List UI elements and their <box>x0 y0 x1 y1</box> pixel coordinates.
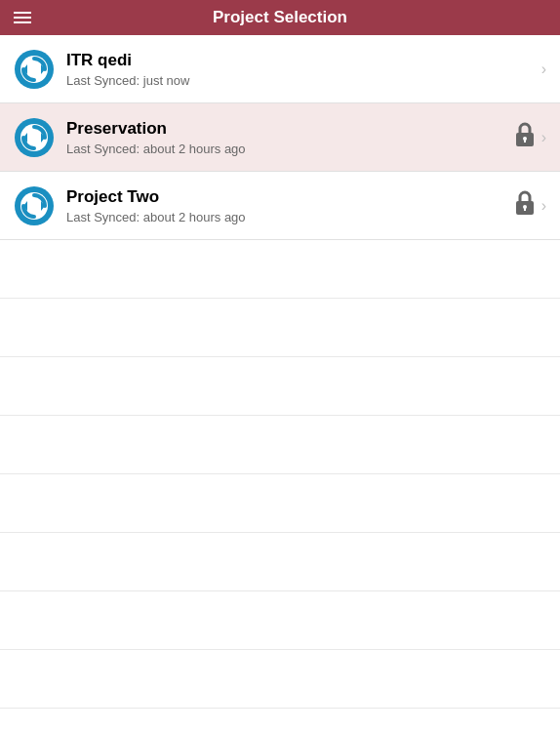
project-sync-project-two: Last Synced: about 2 hours ago <box>66 210 514 224</box>
chevron-right-icon: › <box>541 61 546 78</box>
project-name-itr-qedi: ITR qedi <box>66 51 541 70</box>
empty-row-7 <box>0 591 560 650</box>
project-icon-itr-qedi <box>14 49 55 90</box>
project-list: ITR qedi Last Synced: just now › Preserv… <box>0 35 560 732</box>
empty-row-1 <box>0 240 560 299</box>
project-icon-project-two <box>14 185 55 226</box>
project-name-preservation: Preservation <box>66 119 514 139</box>
hamburger-line-2 <box>14 17 31 19</box>
empty-row-9 <box>0 709 560 732</box>
project-sync-preservation: Last Synced: about 2 hours ago <box>66 142 514 156</box>
project-item-itr-qedi[interactable]: ITR qedi Last Synced: just now › <box>0 35 560 103</box>
chevron-right-icon-preservation: › <box>541 129 546 146</box>
project-right-project-two: › <box>514 190 546 222</box>
project-name-project-two: Project Two <box>66 187 514 207</box>
svg-rect-10 <box>524 139 526 142</box>
project-sync-itr-qedi: Last Synced: just now <box>66 73 541 88</box>
hamburger-line-1 <box>14 12 31 14</box>
empty-row-2 <box>0 299 560 357</box>
project-right-itr-qedi: › <box>541 61 546 78</box>
empty-row-6 <box>0 533 560 591</box>
empty-row-4 <box>0 416 560 474</box>
empty-row-5 <box>0 474 560 533</box>
empty-row-3 <box>0 357 560 416</box>
svg-rect-17 <box>524 207 526 211</box>
project-info-preservation: Preservation Last Synced: about 2 hours … <box>66 119 514 156</box>
app-header: Project Selection <box>0 0 560 35</box>
project-right-preservation: › <box>514 122 546 153</box>
menu-button[interactable] <box>14 12 31 23</box>
chevron-right-icon-project-two: › <box>541 197 546 215</box>
project-item-project-two[interactable]: Project Two Last Synced: about 2 hours a… <box>0 172 560 240</box>
empty-row-8 <box>0 650 560 709</box>
hamburger-line-3 <box>14 21 31 23</box>
lock-icon-preservation <box>514 122 536 153</box>
project-info-project-two: Project Two Last Synced: about 2 hours a… <box>66 187 514 224</box>
lock-icon-project-two <box>514 190 536 222</box>
project-item-preservation[interactable]: Preservation Last Synced: about 2 hours … <box>0 103 560 172</box>
project-icon-preservation <box>14 117 55 158</box>
page-title: Project Selection <box>213 8 347 27</box>
project-info-itr-qedi: ITR qedi Last Synced: just now <box>66 51 541 88</box>
